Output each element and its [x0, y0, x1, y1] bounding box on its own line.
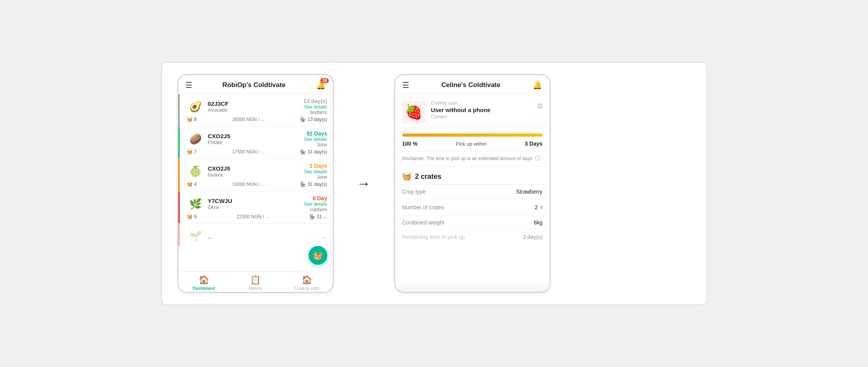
num-crates-label: Number of crates [402, 204, 444, 210]
details-table: Crop type Strawberry Number of crates 2 … [395, 185, 550, 242]
left-phone-title: RobiOp's Coldtivate [222, 81, 286, 89]
crop-owner-guava: John [304, 175, 327, 180]
storage-icon-potato: 🏪 [300, 149, 306, 155]
right-phone-title: Celine's Coldtivate [441, 81, 500, 89]
crop-price-avocado: 20000 NGN / ... [232, 117, 264, 122]
crop-storage-guava: 🏪 31 day(s) [300, 182, 327, 187]
crop-id-guava: CXO2J5 [208, 165, 304, 172]
detail-row-remaining: Remaining time to pick up 3 day(s) [395, 230, 550, 242]
right-header: ☰ Celine's Coldtivate 🔔 [395, 75, 550, 94]
see-details-potato[interactable]: See details [304, 137, 327, 142]
progress-pickup-label: Pick up within [456, 141, 486, 147]
crop-item-guava[interactable]: 🍈 CXO2J5 Guava 3 Days See details John 🧺 [178, 159, 333, 191]
user-role: Cooling user [431, 100, 532, 106]
progress-bar-track [402, 134, 543, 137]
user-avatar: 🍓 [402, 100, 426, 124]
disclaimer-text: Disclaimer: The time to pick up is an es… [402, 155, 534, 162]
crop-owner-potato: John [304, 142, 327, 148]
see-details-guava[interactable]: See details [304, 169, 327, 175]
crop-info-guava: CXO2J5 Guava [208, 165, 304, 178]
crop-crates-guava: 🧺 4 [187, 182, 197, 187]
arrow-container: → [349, 175, 379, 192]
user-name: User without a phone [431, 107, 532, 113]
crop-id-okra: Y7CWJU [208, 198, 304, 204]
crop-right-avocado: 13 day(s) See details testfarm [304, 98, 327, 115]
bottom-nav: 🏠 Dashboard 📋 History 🏠 Cooling units [178, 271, 333, 292]
user-card: 🍓 Cooling user User without a phone Cont… [395, 94, 550, 128]
remaining-value: 3 day(s) [523, 234, 543, 240]
crop-image-potato: 🥔 [187, 130, 204, 148]
crates-header-icon: 🧺 [402, 172, 412, 181]
crop-crates-avocado: 🧺 8 [187, 117, 197, 122]
crates-count: 2 crates [415, 173, 442, 181]
crop-crates-okra: 🧺 9 [187, 214, 197, 219]
progress-bar-fill [402, 134, 543, 137]
storage-icon-okra: 🏪 [309, 214, 315, 219]
crop-image-avocado: 🥑 [187, 98, 204, 115]
crop-item-okra[interactable]: 🌿 Y7CWJU Okra 0 Day See details robifarm… [178, 191, 333, 224]
right-hamburger-icon[interactable]: ☰ [402, 80, 409, 90]
crop-crates-potato: 🧺 7 [187, 149, 197, 155]
crop-right-potato: 92 Days See details John [304, 130, 327, 148]
detail-row-num-crates: Number of crates 2 › [395, 199, 550, 216]
crop-price-potato: 17500 NGN / ... [232, 149, 264, 155]
crop-id-potato: CXO2J5 [208, 133, 304, 139]
nav-dashboard[interactable]: 🏠 Dashboard [178, 275, 230, 290]
dashboard-icon: 🏠 [199, 275, 209, 285]
crate-icon-okra: 🧺 [187, 214, 193, 219]
user-contact: Contact [431, 114, 532, 119]
notification-badge[interactable]: 🔔 18 [316, 80, 326, 90]
see-details-okra[interactable]: See details [304, 201, 327, 207]
see-details-avocado[interactable]: See details [304, 104, 327, 110]
cooling-units-icon: 🏠 [302, 275, 312, 285]
right-bell-icon[interactable]: 🔔 [533, 80, 542, 90]
hamburger-icon[interactable]: ☰ [185, 80, 192, 90]
num-crates-value: 2 [535, 204, 538, 210]
crop-image-okra: 🌿 [187, 195, 204, 212]
crop-price-guava: 10000 NGN / ... [232, 182, 264, 187]
storage-icon-avocado: 🏪 [300, 117, 306, 122]
crop-info-okra: Y7CWJU Okra [208, 198, 304, 210]
copy-icon[interactable]: ⧉ [538, 102, 543, 110]
crop-type-label: Crop type [402, 189, 426, 195]
crop-storage-okra: 🏪 31 ... [309, 214, 327, 219]
fab-button[interactable]: 🧺 [309, 246, 327, 265]
progress-days: 3 Days [525, 141, 542, 147]
crop-image-guava: 🍈 [187, 163, 204, 180]
crop-item-avocado[interactable]: 🥑 02J3CF Avocado 13 day(s) See details t… [178, 94, 333, 126]
crop-name-okra: Okra [208, 204, 304, 210]
nav-history[interactable]: 📋 History [230, 275, 281, 290]
combined-weight-label: Combined weight [402, 219, 444, 226]
crop-item-potato[interactable]: 🥔 CXO2J5 Potato 92 Days See details John… [178, 126, 333, 159]
crop-name-potato: Potato [208, 139, 304, 145]
crop-owner-okra: robifarm [304, 207, 327, 212]
nav-cooling-units[interactable]: 🏠 Cooling units [281, 275, 333, 290]
direction-arrow: → [357, 175, 371, 192]
crop-right-okra: 0 Day See details robifarm [304, 195, 327, 212]
crop-days-okra: 0 Day [304, 195, 327, 201]
crop-info-avocado: 02J3CF Avocado [208, 100, 304, 113]
history-label: History [249, 286, 262, 290]
crop-right-guava: 3 Days See details John [304, 163, 327, 180]
crop-list: 🥑 02J3CF Avocado 13 day(s) See details t… [178, 94, 333, 271]
left-header: ☰ RobiOp's Coldtivate 🔔 18 [178, 75, 333, 94]
expand-icon[interactable]: › [540, 203, 543, 211]
crop-days-potato: 92 Days [304, 130, 327, 137]
progress-section: 100 % Pick up within 3 Days [395, 128, 550, 151]
detail-row-combined-weight: Combined weight 6kg [395, 216, 550, 230]
crate-icon-guava: 🧺 [187, 182, 193, 187]
crop-image-partial: 🌱 [187, 228, 204, 245]
crop-item-partial: 🌱 ... ... [178, 224, 333, 247]
crop-id-avocado: 02J3CF [208, 100, 304, 107]
crates-header: 🧺 2 crates [395, 166, 550, 185]
crop-info-potato: CXO2J5 Potato [208, 133, 304, 145]
crop-days-avocado: 13 day(s) [304, 98, 327, 104]
crop-name-avocado: Avocado [208, 107, 304, 113]
main-container: ☰ RobiOp's Coldtivate 🔔 18 🥑 02J3CF Avoc… [161, 62, 707, 305]
remaining-label: Remaining time to pick up [402, 234, 465, 240]
crop-days-guava: 3 Days [304, 163, 327, 169]
crop-type-value: Strawberry [516, 189, 543, 195]
info-icon: i [535, 155, 540, 161]
dashboard-label: Dashboard [193, 286, 215, 290]
history-icon: 📋 [250, 275, 261, 285]
